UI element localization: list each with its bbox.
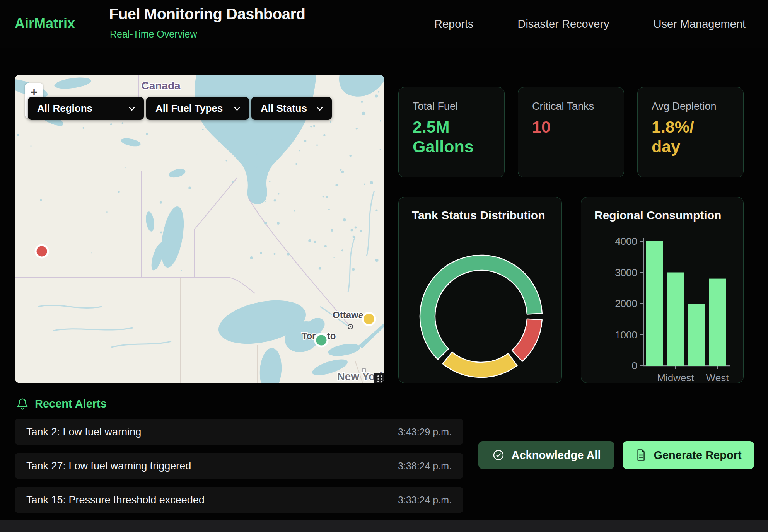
bell-icon xyxy=(16,398,29,410)
drag-dots-icon xyxy=(376,374,384,383)
alert-text: Tank 15: Pressure threshold exceeded xyxy=(26,494,205,506)
app-logo[interactable]: AirMatrix xyxy=(15,15,75,32)
kpi-value: 2.5MGallons xyxy=(413,117,490,156)
filter-all-regions-label: All Regions xyxy=(37,102,92,114)
nav-reports[interactable]: Reports xyxy=(434,18,474,31)
chart-title: Tank Status Distribution xyxy=(412,209,545,222)
svg-text:1000: 1000 xyxy=(615,329,637,341)
acknowledge-all-label: Acknowledge All xyxy=(512,449,601,462)
donut-segment-critical xyxy=(512,319,542,361)
generate-report-button[interactable]: Generate Report xyxy=(623,441,754,469)
town-square-icon xyxy=(362,369,365,372)
bar-0 xyxy=(646,241,663,366)
bar-1 xyxy=(667,273,684,366)
page-subtitle: Real-Time Overview xyxy=(110,29,197,40)
main-nav: Reports Disaster Recovery User Managemen… xyxy=(434,0,746,48)
tank-status-distribution-panel: Tank Status Distribution xyxy=(398,197,562,383)
generate-report-label: Generate Report xyxy=(654,449,741,462)
bar-2 xyxy=(688,304,705,366)
donut-chart xyxy=(399,197,562,383)
tank-marker-critical[interactable] xyxy=(36,245,48,257)
alert-time: 3:43:29 p.m. xyxy=(398,426,452,438)
map-label: Canada xyxy=(141,80,181,92)
regional-consumption-panel: Regional Consumption 01000200030004000Mi… xyxy=(581,197,744,383)
acknowledge-all-button[interactable]: Acknowledge All xyxy=(478,441,614,469)
kpi-label: Total Fuel xyxy=(413,101,490,113)
kpi-label: Critical Tanks xyxy=(532,101,610,113)
svg-text:0: 0 xyxy=(632,360,637,372)
map-label: Ottawa xyxy=(333,310,364,320)
donut-segment-warning xyxy=(443,352,517,377)
bar-3 xyxy=(709,279,726,366)
chevron-down-icon xyxy=(316,104,324,113)
alert-text: Tank 27: Low fuel warning triggered xyxy=(26,460,191,472)
filter-all-fuel-types-label: All Fuel Types xyxy=(155,102,223,114)
kpi-value: 10 xyxy=(532,117,610,137)
map-filter-bar: All Regions All Fuel Types All Status xyxy=(28,97,332,120)
kpi-label: Avg Depletion xyxy=(652,101,729,113)
kpi-avg-depletion: Avg Depletion 1.8%/day xyxy=(637,87,744,177)
svg-text:4000: 4000 xyxy=(615,235,637,247)
chart-title: Regional Consumption xyxy=(594,209,721,222)
alert-time: 3:38:24 p.m. xyxy=(398,460,452,472)
map-panel[interactable]: CanadaOttawaTorontoNew York + − All Regi… xyxy=(15,75,384,383)
tank-marker-normal[interactable] xyxy=(315,334,328,346)
kpi-total-fuel: Total Fuel 2.5MGallons xyxy=(398,87,505,177)
svg-text:2000: 2000 xyxy=(615,298,637,309)
bar-chart: 01000200030004000MidwestWest xyxy=(581,197,744,383)
filter-all-fuel-types[interactable]: All Fuel Types xyxy=(146,97,249,120)
alert-row[interactable]: Tank 2: Low fuel warning 3:43:29 p.m. xyxy=(15,419,463,445)
svg-text:West: West xyxy=(706,372,729,383)
filter-all-status[interactable]: All Status xyxy=(251,97,332,120)
filter-all-status-label: All Status xyxy=(261,102,307,114)
chevron-down-icon xyxy=(128,104,136,113)
footer-bar xyxy=(0,520,768,532)
nav-disaster-recovery[interactable]: Disaster Recovery xyxy=(518,18,609,31)
alert-row[interactable]: Tank 27: Low fuel warning triggered 3:38… xyxy=(15,453,463,479)
alert-row[interactable]: Tank 15: Pressure threshold exceeded 3:3… xyxy=(15,487,463,513)
kpi-critical-tanks: Critical Tanks 10 xyxy=(518,87,624,177)
tank-marker-warning[interactable] xyxy=(363,313,375,325)
recent-alerts-title: Recent Alerts xyxy=(35,397,107,410)
recent-alerts-header: Recent Alerts xyxy=(16,397,107,410)
kpi-value: 1.8%/day xyxy=(652,117,729,156)
document-icon xyxy=(635,449,647,461)
page-title: Fuel Monitoring Dashboard xyxy=(109,5,305,23)
filter-all-regions[interactable]: All Regions xyxy=(28,97,144,120)
map-canvas[interactable]: CanadaOttawaTorontoNew York xyxy=(15,75,384,383)
svg-text:Midwest: Midwest xyxy=(657,372,694,383)
alert-time: 3:33:24 p.m. xyxy=(398,494,452,506)
header: AirMatrix Fuel Monitoring Dashboard Real… xyxy=(0,0,768,48)
check-circle-icon xyxy=(492,449,505,461)
map-resize-handle[interactable] xyxy=(374,373,384,383)
nav-user-management[interactable]: User Management xyxy=(653,18,746,31)
chevron-down-icon xyxy=(233,104,241,113)
svg-text:3000: 3000 xyxy=(615,267,637,278)
alert-text: Tank 2: Low fuel warning xyxy=(26,426,141,438)
